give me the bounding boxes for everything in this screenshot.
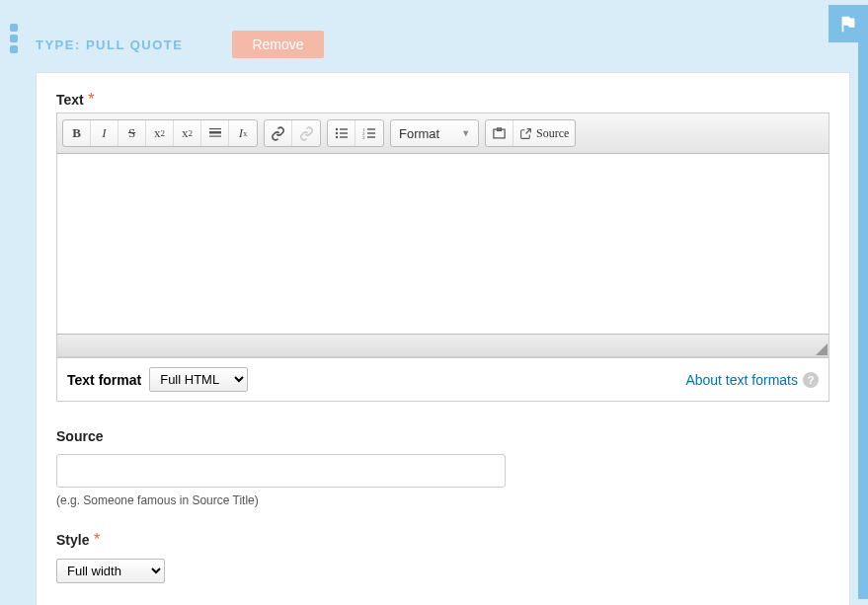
- rich-text-editor: B I S x2 x2 Ix: [56, 113, 829, 357]
- editor-statusbar: [57, 335, 829, 356]
- editor-textarea[interactable]: [57, 154, 829, 335]
- svg-point-7: [335, 136, 337, 138]
- editor-toolbar: B I S x2 x2 Ix: [57, 113, 829, 154]
- text-format-label: Text format: [67, 372, 141, 388]
- source-help-text: (e.g. Someone famous in Source Title): [56, 493, 829, 507]
- text-format-select[interactable]: Full HTML: [149, 367, 248, 392]
- svg-rect-8: [340, 136, 348, 137]
- resize-handle[interactable]: [816, 343, 828, 355]
- help-icon: ?: [803, 372, 819, 388]
- svg-rect-14: [367, 136, 375, 137]
- unlink-button: [292, 120, 320, 146]
- drag-handle[interactable]: [10, 24, 18, 56]
- subscript-button[interactable]: x2: [174, 120, 201, 146]
- svg-point-5: [335, 132, 337, 134]
- svg-rect-1: [209, 131, 221, 134]
- svg-rect-10: [367, 128, 375, 129]
- source-label: Source: [56, 428, 103, 444]
- bullet-list-button[interactable]: [328, 120, 355, 146]
- svg-rect-12: [367, 132, 375, 133]
- superscript-button[interactable]: x2: [146, 120, 174, 146]
- image-button[interactable]: [486, 120, 513, 146]
- style-label: Style: [56, 532, 89, 548]
- remove-button[interactable]: Remove: [232, 31, 323, 58]
- source-input[interactable]: [56, 454, 506, 488]
- source-button[interactable]: Source: [513, 120, 575, 146]
- type-label: TYPE: PULL QUOTE: [36, 38, 183, 52]
- italic-button[interactable]: I: [91, 120, 118, 146]
- svg-rect-4: [340, 128, 348, 129]
- required-star-icon: *: [94, 531, 100, 548]
- bold-button[interactable]: B: [63, 120, 91, 146]
- remove-format-button[interactable]: Ix: [229, 120, 257, 146]
- svg-rect-6: [340, 132, 348, 133]
- svg-point-3: [335, 128, 337, 130]
- horizontal-rule-button[interactable]: [201, 120, 229, 146]
- ordered-list-button[interactable]: 123: [355, 120, 383, 146]
- flag-icon[interactable]: [829, 5, 868, 42]
- svg-text:3: 3: [362, 135, 365, 140]
- right-bar: [858, 42, 868, 599]
- required-star-icon: *: [88, 91, 94, 108]
- strike-button[interactable]: S: [118, 120, 146, 146]
- format-dropdown[interactable]: Format ▼: [390, 119, 479, 147]
- about-text-formats-link[interactable]: About text formats ?: [685, 372, 819, 388]
- svg-rect-2: [209, 136, 221, 137]
- link-button[interactable]: [265, 120, 292, 146]
- style-select[interactable]: Full width: [56, 559, 165, 583]
- content-panel: Text * B I S x2 x2 Ix: [36, 72, 850, 605]
- text-label: Text: [56, 92, 84, 108]
- svg-rect-0: [209, 128, 221, 129]
